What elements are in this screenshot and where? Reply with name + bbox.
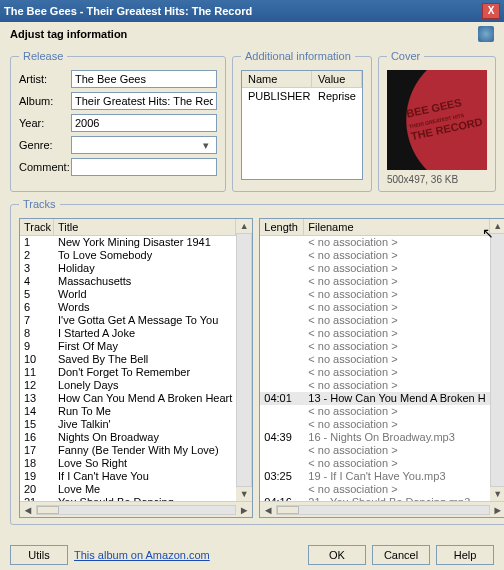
table-row[interactable]: 18Love So Right bbox=[20, 457, 236, 470]
close-button[interactable]: X bbox=[482, 3, 500, 19]
table-row[interactable]: 6Words bbox=[20, 301, 236, 314]
year-label: Year: bbox=[19, 117, 71, 129]
tracks-left-grid[interactable]: Track Title 1New York Mining Disaster 19… bbox=[19, 218, 253, 518]
tracks-legend: Tracks bbox=[19, 198, 60, 210]
left-vscroll[interactable]: ▲▼ bbox=[236, 219, 252, 501]
table-row[interactable]: < no association > bbox=[260, 236, 489, 249]
album-input[interactable] bbox=[71, 92, 217, 110]
additional-legend: Additional information bbox=[241, 50, 355, 62]
table-row[interactable]: 9First Of May bbox=[20, 340, 236, 353]
cover-legend: Cover bbox=[387, 50, 424, 62]
right-hscroll[interactable]: ◄► bbox=[260, 501, 504, 517]
table-row[interactable]: 15Jive Talkin' bbox=[20, 418, 236, 431]
release-legend: Release bbox=[19, 50, 67, 62]
table-row[interactable]: < no association > bbox=[260, 301, 489, 314]
table-row[interactable]: < no association > bbox=[260, 353, 489, 366]
col-value[interactable]: Value bbox=[312, 71, 362, 87]
additional-group: Additional information Name Value PUBLIS… bbox=[232, 50, 372, 192]
table-row[interactable]: 5World bbox=[20, 288, 236, 301]
genre-combo[interactable]: ▾ bbox=[71, 136, 217, 154]
table-row[interactable]: 1New York Mining Disaster 1941 bbox=[20, 236, 236, 249]
left-hscroll[interactable]: ◄► bbox=[20, 501, 252, 517]
cancel-button[interactable]: Cancel bbox=[372, 545, 430, 565]
col-filename[interactable]: Filename bbox=[304, 219, 489, 235]
table-row[interactable]: < no association > bbox=[260, 275, 489, 288]
table-row[interactable]: 17Fanny (Be Tender With My Love) bbox=[20, 444, 236, 457]
table-row[interactable]: 16Nights On Broadway bbox=[20, 431, 236, 444]
table-row[interactable]: < no association > bbox=[260, 457, 489, 470]
window-title: The Bee Gees - Their Greatest Hits: The … bbox=[4, 5, 482, 17]
col-name[interactable]: Name bbox=[242, 71, 312, 87]
table-row[interactable]: < no association > bbox=[260, 366, 489, 379]
col-track[interactable]: Track bbox=[20, 219, 54, 235]
artist-input[interactable] bbox=[71, 70, 217, 88]
table-row[interactable]: < no association > bbox=[260, 405, 489, 418]
subheader: Adjust tag information bbox=[0, 22, 504, 46]
ok-button[interactable]: OK bbox=[308, 545, 366, 565]
table-row[interactable]: < no association > bbox=[260, 483, 489, 496]
table-row[interactable]: 12Lonely Days bbox=[20, 379, 236, 392]
chevron-down-icon: ▾ bbox=[199, 139, 213, 152]
table-row[interactable]: < no association > bbox=[260, 288, 489, 301]
release-group: Release Artist: Album: Year: Genre:▾ Com… bbox=[10, 50, 226, 192]
comment-label: Comment: bbox=[19, 161, 71, 173]
table-row[interactable]: 11Don't Forget To Remember bbox=[20, 366, 236, 379]
table-row[interactable]: < no association > bbox=[260, 262, 489, 275]
col-length[interactable]: Length bbox=[260, 219, 304, 235]
table-row[interactable]: 3Holiday bbox=[20, 262, 236, 275]
table-row[interactable]: 20Love Me bbox=[20, 483, 236, 496]
table-row[interactable]: 03:2519 - If I Can't Have You.mp3 bbox=[260, 470, 489, 483]
table-row[interactable]: < no association > bbox=[260, 379, 489, 392]
additional-row[interactable]: PUBLISHER Reprise bbox=[242, 88, 362, 104]
table-row[interactable]: 04:3916 - Nights On Broadway.mp3 bbox=[260, 431, 489, 444]
cover-caption: 500x497, 36 KB bbox=[387, 174, 487, 185]
table-row[interactable]: < no association > bbox=[260, 327, 489, 340]
table-row[interactable]: < no association > bbox=[260, 418, 489, 431]
utils-button[interactable]: Utils bbox=[10, 545, 68, 565]
table-row[interactable]: < no association > bbox=[260, 340, 489, 353]
help-button[interactable]: Help bbox=[436, 545, 494, 565]
comment-input[interactable] bbox=[71, 158, 217, 176]
col-title[interactable]: Title bbox=[54, 219, 236, 235]
tracks-right-grid[interactable]: Length Filename < no association >< no a… bbox=[259, 218, 504, 518]
table-row[interactable]: 10Saved By The Bell bbox=[20, 353, 236, 366]
table-row[interactable]: 4Massachusetts bbox=[20, 275, 236, 288]
album-label: Album: bbox=[19, 95, 71, 107]
cd-icon[interactable] bbox=[478, 26, 494, 42]
table-row[interactable]: < no association > bbox=[260, 444, 489, 457]
right-vscroll[interactable]: ▲▼ bbox=[490, 219, 504, 501]
table-row[interactable]: 13How Can You Mend A Broken Heart bbox=[20, 392, 236, 405]
table-row[interactable]: 14Run To Me bbox=[20, 405, 236, 418]
table-row[interactable]: 7I've Gotta Get A Message To You bbox=[20, 314, 236, 327]
table-row[interactable]: < no association > bbox=[260, 314, 489, 327]
year-input[interactable] bbox=[71, 114, 217, 132]
title-bar: The Bee Gees - Their Greatest Hits: The … bbox=[0, 0, 504, 22]
subheader-text: Adjust tag information bbox=[10, 28, 127, 40]
table-row[interactable]: 19If I Can't Have You bbox=[20, 470, 236, 483]
table-row[interactable]: 2To Love Somebody bbox=[20, 249, 236, 262]
table-row[interactable]: 8I Started A Joke bbox=[20, 327, 236, 340]
amazon-link[interactable]: This album on Amazon.com bbox=[74, 549, 210, 561]
genre-label: Genre: bbox=[19, 139, 71, 151]
tracks-group: Tracks Track Title 1New York Mining Disa… bbox=[10, 198, 504, 525]
additional-table[interactable]: Name Value PUBLISHER Reprise bbox=[241, 70, 363, 180]
table-row[interactable]: 04:0113 - How Can You Mend A Broken H bbox=[260, 392, 489, 405]
cover-image[interactable]: BEE GEESTHEIR GREATEST HITSTHE RECORD bbox=[387, 70, 487, 170]
cover-group: Cover BEE GEESTHEIR GREATEST HITSTHE REC… bbox=[378, 50, 496, 192]
table-row[interactable]: < no association > bbox=[260, 249, 489, 262]
artist-label: Artist: bbox=[19, 73, 71, 85]
